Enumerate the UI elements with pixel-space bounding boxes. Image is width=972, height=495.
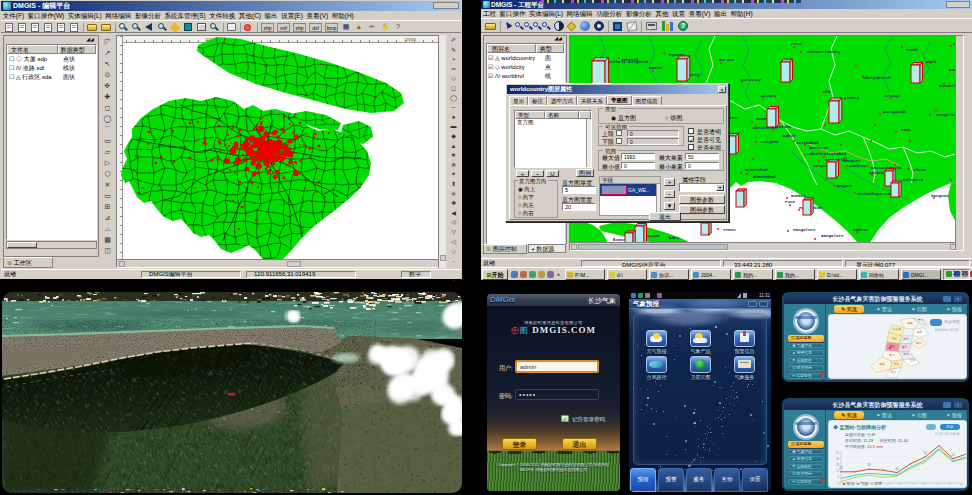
svg-text:12: 12 [836, 469, 840, 473]
svg-text:Aden: Aden [669, 236, 680, 240]
svg-text:Hyderabad: Hyderabad [745, 168, 768, 172]
svg-text:10时: 10时 [887, 484, 893, 485]
svg-text:16: 16 [895, 467, 899, 471]
svg-text:30: 30 [836, 451, 840, 455]
svg-text:青山铺: 青山铺 [892, 327, 901, 331]
svg-text:江背: 江背 [910, 358, 916, 362]
svg-text:Kurgan: Kurgan [719, 58, 735, 62]
svg-text:Yekaterinburg: Yekaterinburg [807, 50, 840, 54]
svg-text:16时: 16时 [960, 484, 966, 485]
svg-text:Calcutta: Calcutta [903, 178, 924, 182]
svg-text:11时: 11时 [899, 484, 905, 485]
svg-text:Ahmedabad: Ahmedabad [753, 175, 776, 179]
svg-text:Lucknow: Lucknow [849, 164, 867, 168]
svg-text:14时: 14时 [936, 484, 942, 485]
svg-text:跳马: 跳马 [879, 362, 885, 366]
svg-text:Pune: Pune [785, 200, 796, 204]
svg-text:Chelyabinsk: Chelyabinsk [863, 76, 891, 80]
svg-text:Lhasa: Lhasa [913, 168, 926, 172]
svg-text:Karaganda: Karaganda [883, 110, 906, 114]
svg-text:白沙: 白沙 [917, 330, 923, 334]
svg-text:双江: 双江 [891, 370, 897, 374]
svg-text:Yemen: Yemen [723, 228, 736, 232]
svg-text:Madras: Madras [853, 228, 869, 232]
svg-text:Jaipur: Jaipur [813, 164, 829, 168]
svg-text:12: 12 [923, 451, 927, 455]
svg-text:Mongolia: Mongolia [936, 113, 957, 117]
svg-text:福临: 福临 [907, 321, 913, 325]
svg-text:安沙: 安沙 [903, 337, 909, 341]
svg-text:干杉: 干杉 [894, 362, 900, 366]
svg-text:黄兴: 黄兴 [888, 353, 895, 357]
svg-text:Kostanay: Kostanay [741, 78, 762, 82]
svg-text:Kanpur: Kanpur [843, 159, 859, 163]
svg-text:Tomsk: Tomsk [906, 48, 919, 52]
svg-text:6: 6 [837, 475, 839, 479]
svg-text:Perm': Perm' [791, 42, 804, 46]
svg-text:19: 19 [867, 463, 871, 467]
svg-text:22: 22 [839, 466, 843, 470]
svg-text:Fergana: Fergana [761, 140, 779, 144]
svg-text:Amritsar: Amritsar [809, 146, 830, 150]
svg-text:Kabul: Kabul [783, 134, 796, 138]
svg-text:13时: 13时 [923, 484, 929, 485]
svg-text:Izhevsk: Izhevsk [621, 58, 639, 62]
svg-text:18: 18 [836, 463, 840, 467]
svg-text:Islamabad: Islamabad [796, 141, 819, 145]
svg-text:北山: 北山 [891, 336, 897, 340]
svg-text:Bangalore: Bangalore [821, 234, 844, 238]
svg-text:路口: 路口 [916, 341, 922, 345]
svg-text:开慧: 开慧 [918, 318, 924, 322]
svg-text:12时: 12时 [911, 484, 917, 485]
svg-text:Nagpur: Nagpur [837, 184, 853, 188]
svg-text:Hami: Hami [901, 128, 912, 132]
svg-text:Bombay: Bombay [791, 194, 807, 198]
svg-text:13: 13 [951, 453, 955, 457]
svg-text:Mangalore: Mangalore [793, 228, 816, 232]
svg-text:24: 24 [836, 457, 840, 461]
svg-text:Urumqi: Urumqi [885, 94, 901, 98]
svg-text:星沙: 星沙 [902, 345, 908, 349]
svg-text:15时: 15时 [948, 484, 954, 485]
svg-text:黄花: 黄花 [902, 352, 909, 356]
svg-text:Almaty: Almaty [844, 96, 860, 100]
svg-text:Vishakhapatnam: Vishakhapatnam [857, 192, 893, 196]
svg-text:Faisalabad: Faisalabad [821, 152, 847, 156]
svg-text:Kazan': Kazan' [649, 66, 664, 70]
